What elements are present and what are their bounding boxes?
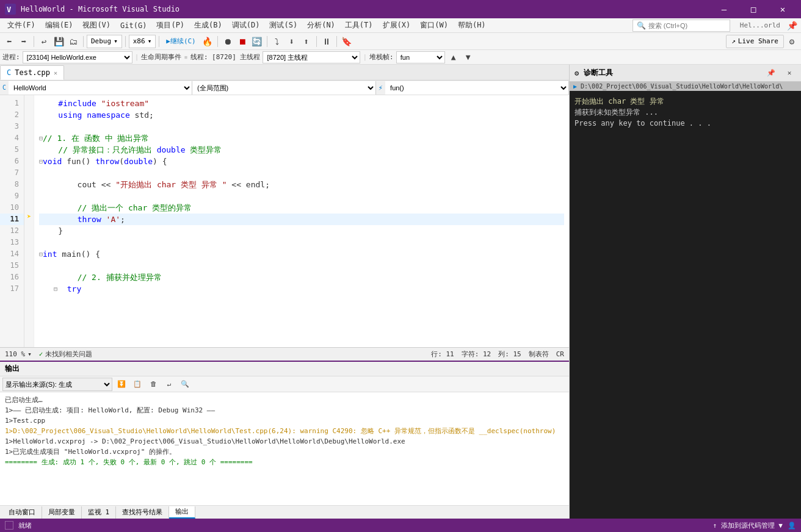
ln-16: 16 (0, 271, 24, 283)
pin-button[interactable]: 📌 (785, 19, 799, 32)
tab-local-vars[interactable]: 局部变量 (42, 506, 82, 519)
class-select[interactable]: HelloWorld (9, 81, 192, 95)
ln-2: 2 (0, 109, 24, 121)
tab-find-symbol[interactable]: 查找符号结果 (116, 506, 169, 519)
options-btn[interactable]: ⚙ (785, 35, 799, 48)
code-line-16: // 2. 捕获并处理异常 (39, 271, 564, 283)
output-wrap-btn[interactable]: ↵ (162, 378, 176, 391)
code-line-12: } (39, 225, 564, 237)
status-right: ↑ 添加到源代码管理 ▼ 👤 (713, 521, 797, 530)
svg-text:V: V (7, 5, 11, 14)
output-scroll-end-btn[interactable]: ⏬ (115, 378, 128, 391)
tab-test-cpp[interactable]: C Test.cpp ✕ (0, 65, 64, 80)
menu-test[interactable]: 测试(S) (264, 19, 302, 32)
close-button[interactable]: ✕ (769, 0, 796, 18)
new-file-btn[interactable]: ⬅ (2, 35, 16, 48)
restart-btn[interactable]: 🔄 (250, 35, 264, 48)
scope-select[interactable]: (全局范围) (192, 81, 376, 95)
check-icon: ✓ (39, 350, 43, 358)
output-line-7: ======== 生成: 成功 1 个, 失败 0 个, 最新 0 个, 跳过 … (5, 457, 564, 467)
diag-line-2: 捕获到未知类型异常 ... (574, 107, 796, 118)
output-find-btn[interactable]: 🔍 (178, 378, 192, 391)
menu-tools[interactable]: 工具(T) (340, 19, 378, 32)
menu-analyze[interactable]: 分析(N) (302, 19, 340, 32)
step-over-btn[interactable]: ⤵ (270, 35, 284, 48)
output-line-6: 1>已完成生成项目 "HelloWorld.vcxproj" 的操作。 (5, 447, 564, 457)
fire-icon-btn[interactable]: 🔥 (201, 35, 214, 48)
code-editor[interactable]: 1 2 3 4 5 6 7 8 9 10 11 12 13 14 15 16 1 (0, 95, 569, 347)
code-line-7 (39, 167, 564, 179)
record-btn[interactable]: ⏺ (221, 35, 234, 48)
process-select[interactable]: [23104] HelloWorld.exe (23, 51, 132, 63)
diag-pin-btn[interactable]: 📌 (764, 66, 778, 80)
breakpoint-btn[interactable]: ⏸ (320, 35, 333, 48)
debug-config-dropdown[interactable]: Debug ▾ (87, 35, 122, 48)
menu-build[interactable]: 生成(B) (189, 19, 227, 32)
maximize-button[interactable]: □ (740, 0, 767, 18)
cursor-row: 行: 11 (431, 350, 454, 359)
editor-status-bar: 110 % ▾ ✓ 未找到相关问题 行: 11 字符: 12 列: 15 制表符… (0, 347, 569, 361)
output-line-1: 已启动生成… (5, 395, 564, 405)
minimize-button[interactable]: — (711, 0, 738, 18)
save-all-btn[interactable]: 🗂 (67, 35, 80, 48)
menu-git[interactable]: Git(G) (115, 19, 151, 32)
continue-btn[interactable]: ▶ 继续(C) (162, 35, 200, 48)
debug-bar: 进程: [23104] HelloWorld.exe | 生命周期事件 ▪ 线程… (0, 50, 801, 65)
bookmark-btn[interactable]: 🔖 (340, 35, 353, 48)
toolbar-sep-1 (34, 36, 34, 47)
stackframe-label: 堆栈帧: (369, 52, 394, 62)
toolbar-sep-8 (336, 36, 337, 47)
line-numbers: 1 2 3 4 5 6 7 8 9 10 11 12 13 14 15 16 1 (0, 95, 24, 347)
tab-auto-window[interactable]: 自动窗口 (2, 506, 42, 519)
back-btn[interactable]: ➡ (17, 35, 31, 48)
diag-line-3: Press any key to continue . . . (574, 118, 796, 129)
user-icon[interactable]: 👤 (788, 522, 796, 530)
output-copy-btn[interactable]: 📋 (131, 378, 144, 391)
stackframe-select[interactable]: fun (396, 51, 445, 63)
stackframe-up-btn[interactable]: ▲ (448, 51, 460, 63)
menu-window[interactable]: 窗口(W) (415, 19, 453, 32)
output-source-select[interactable]: 显示输出来源(S): 生成 (2, 378, 112, 391)
menu-extensions[interactable]: 扩展(X) (378, 19, 416, 32)
tab-label: Test.cpp (15, 68, 50, 77)
code-content[interactable]: #include "iostream" using namespace std;… (34, 95, 569, 347)
menu-view[interactable]: 视图(V) (78, 19, 115, 32)
output-line-5: 1>HelloWorld.vcxproj -> D:\002_Project\0… (5, 436, 564, 447)
cursor-col: 字符: 12 (462, 350, 491, 359)
menu-project[interactable]: 项目(P) (151, 19, 189, 32)
menu-edit[interactable]: 编辑(E) (40, 19, 78, 32)
ln-9: 9 (0, 190, 24, 202)
content-area: C Test.cpp ✕ C HelloWorld (全局范围) ⚡ fun() (0, 65, 801, 519)
platform-dropdown[interactable]: x86 ▾ (129, 35, 156, 48)
thread-select[interactable]: [8720] 主线程 (263, 51, 360, 63)
menu-file[interactable]: 文件(F) (2, 19, 40, 32)
output-content[interactable]: 已启动生成… 1>—— 已启动生成: 项目: HelloWorld, 配置: D… (0, 392, 569, 505)
tab-output[interactable]: 输出 (169, 506, 195, 519)
tab-close-btn[interactable]: ✕ (54, 70, 57, 76)
undo-btn[interactable]: ↩ (37, 35, 51, 48)
diagnostics-console[interactable]: 开始抛出 char 类型 异常 捕获到未知类型异常 ... Press any … (570, 91, 801, 519)
thread-label: 线程: [8720] 主线程 (190, 52, 261, 62)
live-share-button[interactable]: ↗ Live Share (726, 35, 784, 48)
function-select[interactable]: fun() (385, 81, 569, 95)
stop-btn[interactable]: ⏹ (236, 35, 249, 48)
ln-6: 6 (0, 156, 24, 167)
diagnostics-header: ⚙ 诊断工具 📌 ✕ (570, 65, 801, 82)
add-source-control[interactable]: ↑ 添加到源代码管理 ▼ (713, 521, 783, 530)
output-line-2: 1>—— 已启动生成: 项目: HelloWorld, 配置: Debug Wi… (5, 405, 564, 415)
output-clear-btn[interactable]: 🗑 (147, 378, 160, 391)
vs-logo-icon: V (5, 4, 16, 15)
search-input[interactable] (648, 22, 722, 29)
stackframe-down-btn[interactable]: ▼ (462, 51, 474, 63)
menu-debug[interactable]: 调试(D) (227, 19, 265, 32)
diag-line-1: 开始抛出 char 类型 异常 (574, 96, 796, 107)
window-title: HelloWorld - Microsoft Visual Studio (21, 5, 711, 13)
cursor-colnum: 列: 15 (498, 350, 521, 359)
step-into-btn[interactable]: ⬇ (285, 35, 299, 48)
menu-help[interactable]: 帮助(H) (453, 19, 491, 32)
tab-watch-1[interactable]: 监视 1 (82, 506, 116, 519)
step-out-btn[interactable]: ⬆ (300, 35, 313, 48)
diag-close-btn[interactable]: ✕ (783, 66, 796, 80)
code-line-4: ⊟// 1. 在 函数 中 抛出异常 (39, 132, 564, 144)
save-btn[interactable]: 💾 (52, 35, 65, 48)
